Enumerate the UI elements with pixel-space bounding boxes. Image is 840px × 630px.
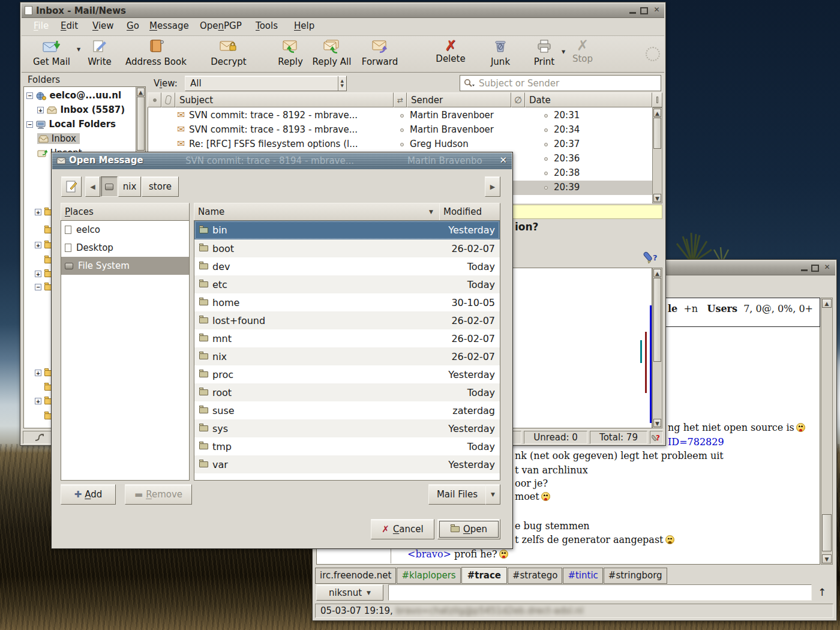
tab-stratego[interactable]: #stratego — [508, 568, 562, 584]
places-list[interactable]: eelco Desktop File System — [61, 220, 190, 481]
place-item-desktop[interactable]: Desktop — [61, 239, 189, 257]
file-row[interactable]: varYesterday — [194, 455, 500, 473]
file-row[interactable]: devToday — [194, 257, 500, 275]
column-picker[interactable] — [652, 92, 662, 107]
irc-message-link[interactable]: ID=782829 — [668, 436, 724, 448]
scroll-up-arrow[interactable]: ▲ — [137, 88, 145, 96]
irc-maximize-button[interactable] — [811, 265, 819, 272]
input-history-arrow[interactable]: ↑ — [818, 586, 826, 598]
print-dropdown-arrow[interactable]: ▼ — [562, 49, 565, 55]
scrollbar-thumb[interactable] — [653, 118, 661, 149]
menu-go[interactable]: Go — [127, 20, 139, 31]
file-row[interactable]: boot26-02-07 — [194, 239, 500, 257]
junk-column-header[interactable]: ∅ — [511, 92, 525, 107]
file-row[interactable]: tmpToday — [194, 437, 500, 455]
flag-column-header[interactable] — [148, 92, 161, 107]
date-column-header[interactable]: Date — [525, 92, 652, 107]
junk-button[interactable]: Junk — [485, 39, 516, 67]
enigmail-pen-icon[interactable]: ? — [643, 248, 659, 266]
print-button[interactable]: Print — [529, 39, 560, 67]
type-filename-button[interactable] — [61, 176, 82, 197]
irc-chat-scrollbar[interactable]: ▲ ▼ — [821, 298, 833, 565]
file-row[interactable]: procYesterday — [194, 365, 500, 383]
file-row[interactable]: nix26-02-07 — [194, 347, 500, 365]
menu-tools[interactable]: Tools — [256, 20, 278, 31]
collapse-expander-icon[interactable]: − — [26, 121, 33, 128]
menu-view[interactable]: View — [92, 20, 114, 31]
tab-tintic[interactable]: #tintic — [563, 568, 602, 584]
file-row[interactable]: rootToday — [194, 383, 500, 401]
message-body-scrollbar[interactable]: ▲ ▼ — [652, 268, 662, 428]
path-nix-button[interactable]: nix — [118, 176, 141, 197]
file-row[interactable]: mnt26-02-07 — [194, 329, 500, 347]
scroll-down-arrow[interactable]: ▼ — [653, 194, 661, 202]
mail-maximize-button[interactable] — [640, 7, 648, 14]
message-row[interactable]: ✉ SVN commit: trace - 8193 - mbrave... M… — [148, 123, 653, 137]
file-type-filter[interactable]: Mail Files — [428, 484, 486, 505]
tab-klaplopers[interactable]: #klaplopers — [397, 568, 460, 584]
folder-item-inbox-account[interactable]: + Inbox (5587) — [37, 104, 139, 115]
view-combo[interactable]: All ▲▼ — [185, 76, 347, 91]
places-header[interactable]: Places — [61, 203, 190, 221]
dialog-titlebar[interactable]: SVN commit: trace - 8194 - mbrave... Mar… — [52, 153, 512, 169]
message-row[interactable]: ✉ SVN commit: trace - 8192 - mbrave... M… — [148, 109, 653, 123]
mail-minimize-button[interactable] — [629, 7, 636, 14]
get-mail-button[interactable]: Get Mail — [28, 39, 76, 67]
place-item-file-system[interactable]: File System — [61, 257, 189, 275]
scrollbar-thumb[interactable] — [822, 514, 832, 551]
scroll-up-arrow[interactable]: ▲ — [653, 269, 661, 277]
mail-titlebar[interactable]: Inbox - Mail/News ✕ — [22, 4, 664, 18]
file-type-filter-arrow[interactable]: ▼ — [485, 484, 500, 505]
irc-close-button[interactable]: ✕ — [823, 264, 832, 272]
menu-openpgp[interactable]: OpenPGP — [200, 20, 242, 31]
place-item-eelco[interactable]: eelco — [61, 221, 189, 239]
expand-expander-icon[interactable]: + — [37, 107, 44, 113]
file-row[interactable]: lost+found26-02-07 — [194, 311, 500, 329]
tab-server[interactable]: irc.freenode.net — [315, 568, 396, 584]
scrollbar-thumb[interactable] — [653, 278, 661, 362]
collapse-expander-icon[interactable]: − — [26, 92, 33, 99]
menu-message[interactable]: Message — [149, 20, 189, 31]
dialog-close-button[interactable]: ✕ — [499, 155, 507, 166]
open-message-dialog[interactable]: SVN commit: trace - 8194 - mbrave... Mar… — [51, 152, 513, 549]
path-back-button[interactable]: ◀ — [85, 176, 100, 197]
reply-button[interactable]: Reply — [275, 39, 306, 67]
menu-file[interactable]: File — [34, 20, 49, 31]
name-column-header[interactable]: Name ▼ — [194, 203, 440, 221]
cancel-button[interactable]: ✗Cancel — [371, 519, 434, 539]
remove-bookmark-button[interactable]: ▬Remove — [125, 484, 192, 505]
modified-column-header[interactable]: Modified — [439, 203, 500, 221]
delete-button[interactable]: ✗ Delete — [433, 39, 469, 64]
path-root-button[interactable] — [101, 176, 118, 197]
irc-input[interactable] — [388, 584, 812, 601]
search-box[interactable]: Subject or Sender — [460, 75, 661, 91]
scroll-up-arrow[interactable]: ▲ — [653, 109, 661, 117]
mail-close-button[interactable]: ✕ — [652, 7, 661, 14]
file-row[interactable]: sysYesterday — [194, 419, 500, 437]
subject-column-header[interactable]: Subject — [175, 92, 394, 107]
scroll-down-arrow[interactable]: ▼ — [653, 419, 661, 427]
open-button[interactable]: Open — [437, 519, 500, 539]
folder-item-inbox-local[interactable]: Inbox — [37, 133, 109, 144]
scroll-down-arrow[interactable]: ▼ — [822, 554, 832, 563]
add-bookmark-button[interactable]: ✚Add — [61, 484, 116, 505]
enigmail-status-icon[interactable]: ? — [650, 431, 663, 444]
reply-all-button[interactable]: Reply All — [310, 39, 354, 67]
get-mail-dropdown-arrow[interactable]: ▼ — [77, 47, 80, 52]
menu-edit[interactable]: Edit — [61, 20, 78, 31]
path-store-button[interactable]: store — [142, 176, 179, 197]
thread-column-header[interactable]: ⇄ — [394, 92, 407, 107]
path-forward-button[interactable]: ▶ — [485, 176, 500, 197]
write-button[interactable]: Write — [83, 39, 116, 67]
forward-button[interactable]: Forward — [358, 39, 402, 67]
decrypt-button[interactable]: Decrypt — [205, 39, 253, 67]
folder-item-account[interactable]: − eelco@...uu.nl — [26, 90, 134, 101]
file-row[interactable]: etcToday — [194, 275, 500, 293]
folder-item-local-folders[interactable]: − Local Folders — [26, 119, 140, 130]
menu-help[interactable]: Help — [294, 20, 314, 31]
nick-selector[interactable]: niksnut▼ — [316, 584, 383, 601]
irc-minimize-button[interactable] — [801, 265, 808, 271]
sender-column-header[interactable]: Sender — [407, 92, 511, 107]
message-list-scrollbar[interactable]: ▲ ▼ — [652, 107, 662, 203]
tab-trace[interactable]: #trace — [461, 567, 507, 584]
